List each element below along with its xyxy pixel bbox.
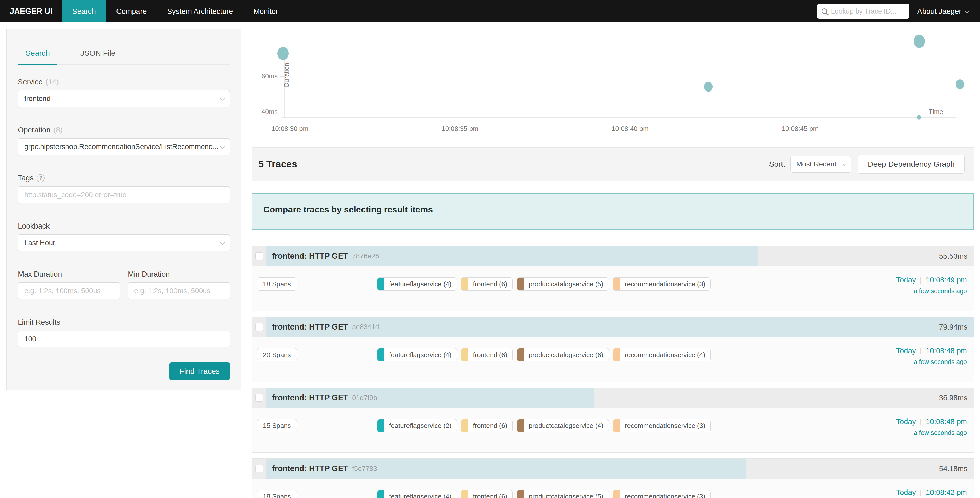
trace-duration-band: frontend: HTTP GET ae8341d 79.94ms — [266, 317, 974, 337]
trace-duration-value: 55.53ms — [939, 246, 967, 266]
service-badge-label: featureflagservice (2) — [384, 422, 457, 430]
about-jaeger-menu[interactable]: About Jaeger — [917, 0, 980, 22]
lookback-select[interactable]: Last Hour — [18, 235, 230, 251]
sort-select[interactable]: Most Recent — [791, 156, 851, 172]
help-icon[interactable]: ? — [37, 174, 45, 182]
about-jaeger-label: About Jaeger — [917, 7, 961, 16]
trace-checkbox[interactable] — [256, 465, 263, 472]
trace-scatter-point[interactable] — [917, 115, 921, 120]
service-badge-label: featureflagservice (4) — [384, 280, 457, 288]
service-badge-label: recommendationservice (3) — [620, 422, 711, 430]
results-header: 5 Traces Sort: Most Recent Deep Dependen… — [251, 147, 974, 181]
trace-title: frontend: HTTP GET — [272, 393, 348, 402]
service-badge-label: productcatalogservice (5) — [524, 493, 609, 498]
trace-duration-band: frontend: HTTP GET 7876e26 55.53ms — [266, 246, 974, 266]
service-badge-row: featureflagservice (2)frontend (6)produc… — [377, 419, 711, 432]
search-icon — [822, 8, 827, 14]
y-tick-mark — [280, 112, 284, 112]
limit-results-input[interactable] — [24, 335, 224, 343]
service-badge-row: featureflagservice (4)frontend (6)produc… — [377, 348, 711, 361]
trace-scatter-point[interactable] — [913, 35, 925, 48]
service-color-swatch — [517, 490, 524, 498]
service-badge: frontend (6) — [461, 490, 512, 498]
tags-label: Tags — [18, 174, 33, 182]
span-count-pill: 20 Spans — [257, 348, 297, 361]
service-badge: productcatalogservice (6) — [517, 348, 609, 361]
trace-checkbox[interactable] — [256, 323, 263, 331]
nav-item-compare[interactable]: Compare — [106, 0, 157, 22]
trace-time: 10:08:42 pm — [926, 488, 967, 497]
min-duration-input[interactable] — [134, 287, 224, 295]
service-badge: recommendationservice (3) — [613, 490, 711, 498]
trace-checkbox[interactable] — [256, 394, 263, 402]
trace-time: 10:08:48 pm — [926, 346, 967, 355]
x-tick-mark — [460, 114, 460, 121]
service-badge: recommendationservice (3) — [613, 419, 711, 432]
service-color-swatch — [461, 348, 468, 361]
min-duration-field: Min Duration — [128, 270, 230, 299]
deep-dependency-graph-button[interactable]: Deep Dependency Graph — [858, 155, 965, 174]
service-badge-label: frontend (6) — [468, 422, 512, 430]
trace-header[interactable]: frontend: HTTP GET f5e7783 54.18ms — [252, 459, 974, 479]
nav-item-system-architecture[interactable]: System Architecture — [157, 0, 243, 22]
sort-label: Sort: — [769, 160, 785, 168]
trace-result-card[interactable]: frontend: HTTP GET f5e7783 54.18ms 18 Sp… — [251, 458, 974, 498]
service-badge: recommendationservice (3) — [613, 278, 711, 290]
trace-result-card[interactable]: frontend: HTTP GET ae8341d 79.94ms 20 Sp… — [251, 317, 974, 382]
trace-checkbox[interactable] — [256, 252, 263, 260]
trace-duration-band: frontend: HTTP GET f5e7783 54.18ms — [266, 459, 974, 479]
service-badge-label: frontend (6) — [468, 493, 512, 498]
trace-lookup-input[interactable] — [831, 7, 905, 15]
x-axis-title: Time — [929, 108, 943, 116]
nav-item-search[interactable]: Search — [62, 0, 106, 22]
service-color-swatch — [377, 490, 384, 498]
trace-result-card[interactable]: frontend: HTTP GET 7876e26 55.53ms 18 Sp… — [251, 246, 974, 311]
chevron-down-icon — [965, 8, 969, 13]
trace-duration-value: 36.98ms — [939, 388, 967, 408]
max-duration-label: Max Duration — [18, 270, 62, 278]
service-color-swatch — [377, 348, 384, 361]
trace-scatter-point[interactable] — [277, 47, 289, 60]
main-content: Duration Time 60ms40ms10:08:30 pm10:08:3… — [251, 24, 974, 498]
tags-field: Tags ? — [18, 174, 230, 203]
service-badge: featureflagservice (4) — [377, 490, 457, 498]
tab-json-file[interactable]: JSON File — [73, 49, 123, 64]
service-color-swatch — [613, 490, 620, 498]
lookback-field: Lookback Last Hour — [18, 222, 230, 251]
trace-result-list: frontend: HTTP GET 7876e26 55.53ms 18 Sp… — [251, 246, 974, 498]
operation-select[interactable]: grpc.hipstershop.RecommendationService/L… — [18, 138, 230, 155]
service-badge: featureflagservice (4) — [377, 348, 457, 361]
service-badge-label: productcatalogservice (6) — [524, 351, 609, 359]
x-tick-mark — [800, 114, 800, 121]
trace-timestamp-block: Today | 10:08:48 pm a few seconds ago — [896, 346, 967, 366]
operation-field: Operation (8) grpc.hipstershop.Recommend… — [18, 126, 230, 155]
find-traces-button[interactable]: Find Traces — [169, 362, 230, 380]
nav-item-monitor[interactable]: Monitor — [243, 0, 288, 22]
trace-checkbox-cell — [252, 388, 266, 408]
tags-input[interactable] — [24, 191, 224, 199]
service-badge-row: featureflagservice (4)frontend (6)produc… — [377, 278, 711, 290]
trace-duration-band: frontend: HTTP GET 01d7f9b 36.98ms — [266, 388, 974, 408]
max-duration-input[interactable] — [24, 287, 114, 295]
service-value: frontend — [24, 94, 224, 103]
span-count-pill: 18 Spans — [257, 278, 297, 290]
service-badge-label: featureflagservice (4) — [384, 351, 457, 359]
trace-scatter-point[interactable] — [704, 81, 713, 92]
tab-search[interactable]: Search — [18, 49, 57, 65]
trace-date: Today — [896, 488, 916, 497]
service-color-swatch — [461, 278, 468, 290]
timestamp-separator: | — [920, 418, 922, 426]
trace-duration-value: 79.94ms — [939, 317, 967, 337]
trace-header[interactable]: frontend: HTTP GET ae8341d 79.94ms — [252, 317, 974, 337]
operation-value: grpc.hipstershop.RecommendationService/L… — [24, 143, 224, 151]
x-tick-mark — [290, 114, 290, 121]
trace-scatter-point[interactable] — [956, 79, 964, 89]
service-color-swatch — [461, 490, 468, 498]
operation-count: (8) — [53, 126, 62, 134]
trace-time: 10:08:49 pm — [926, 276, 967, 284]
trace-header[interactable]: frontend: HTTP GET 7876e26 55.53ms — [252, 246, 974, 266]
trace-header[interactable]: frontend: HTTP GET 01d7f9b 36.98ms — [252, 388, 974, 408]
duration-fields: Max Duration Min Duration — [18, 270, 230, 299]
trace-result-card[interactable]: frontend: HTTP GET 01d7f9b 36.98ms 15 Sp… — [251, 388, 974, 453]
service-select[interactable]: frontend — [18, 90, 230, 107]
